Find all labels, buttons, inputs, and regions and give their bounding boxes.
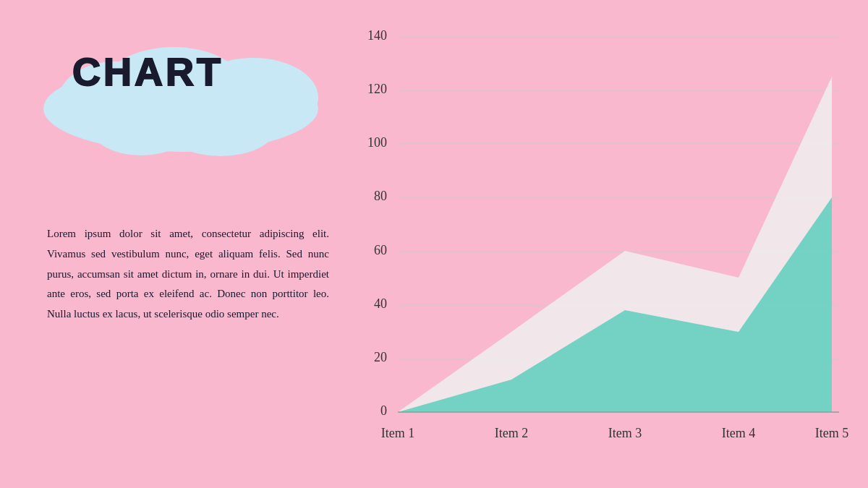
x-label-4: Item 4: [722, 426, 756, 440]
svg-text:20: 20: [374, 350, 387, 364]
page-title: CHART: [72, 49, 224, 94]
svg-text:0: 0: [380, 403, 387, 418]
svg-text:140: 140: [367, 29, 387, 43]
svg-text:60: 60: [374, 243, 387, 257]
svg-text:120: 120: [367, 82, 387, 96]
x-label-2: Item 2: [495, 426, 529, 440]
x-label-3: Item 3: [608, 426, 642, 440]
svg-text:100: 100: [367, 135, 387, 150]
chart-area: 0 20 40 60 80 100 120 140 Item 1 Item 2 …: [354, 29, 854, 463]
description-text: Lorem ipsum dolor sit amet, consectetur …: [47, 224, 329, 325]
svg-point-5: [166, 101, 275, 156]
x-label-1: Item 1: [381, 426, 415, 440]
x-label-5: Item 5: [815, 426, 849, 440]
svg-text:80: 80: [374, 189, 387, 203]
svg-text:40: 40: [374, 296, 387, 311]
